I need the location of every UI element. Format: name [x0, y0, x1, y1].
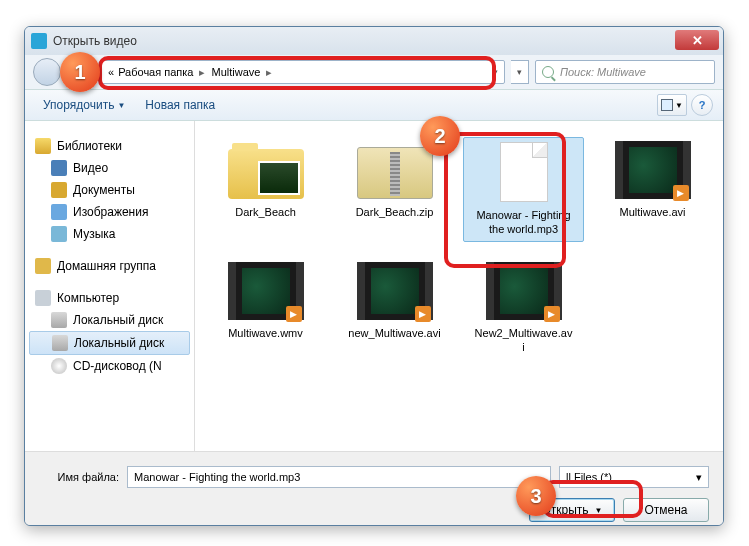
disk-icon [51, 312, 67, 328]
toolbar: Упорядочить▼ Новая папка ▼ ? [25, 89, 723, 121]
help-button[interactable]: ? [691, 94, 713, 116]
sidebar-item-disk[interactable]: Локальный диск [29, 331, 190, 355]
file-label: new_Multiwave.avi [348, 326, 440, 340]
titlebar: Открыть видео ✕ [25, 27, 723, 55]
file-label: New2_Multiwave.avi [474, 326, 574, 355]
document-icon [51, 182, 67, 198]
annotation-badge: 1 [60, 52, 100, 92]
breadcrumb[interactable]: Рабочая папка [118, 66, 193, 78]
video-icon [486, 262, 562, 320]
dialog-footer: Имя файла: ll Files (*)▾ Открыть▼ Отмена [25, 451, 723, 526]
search-input[interactable]: Поиск: Multiwave [535, 60, 715, 84]
file-item[interactable]: Manowar - Fighting the world.mp3 [463, 137, 584, 242]
image-icon [51, 204, 67, 220]
video-icon [51, 160, 67, 176]
filename-input[interactable] [127, 466, 551, 488]
chevron-right-icon: ▸ [266, 66, 272, 79]
filetype-dropdown[interactable]: ll Files (*)▾ [559, 466, 709, 488]
chevron-right-icon: ▸ [199, 66, 205, 79]
new-folder-button[interactable]: Новая папка [137, 94, 223, 116]
folder-pic-icon [228, 149, 304, 199]
video-icon [357, 262, 433, 320]
annotation-badge: 3 [516, 476, 556, 516]
video-icon [615, 141, 691, 199]
sidebar-item-documents[interactable]: Документы [29, 179, 190, 201]
view-mode-button[interactable]: ▼ [657, 94, 687, 116]
sidebar-homegroup[interactable]: Домашняя группа [29, 255, 190, 277]
video-icon [228, 262, 304, 320]
file-open-dialog: Открыть видео ✕ « Рабочая папка ▸ Multiw… [24, 26, 724, 526]
chevron-down-icon: ▼ [117, 101, 125, 110]
music-icon [51, 226, 67, 242]
window-title: Открыть видео [53, 34, 137, 48]
file-item[interactable]: New2_Multiwave.avi [463, 258, 584, 359]
organize-menu[interactable]: Упорядочить▼ [35, 94, 133, 116]
file-label: Manowar - Fighting the world.mp3 [474, 208, 574, 237]
sidebar-item-music[interactable]: Музыка [29, 223, 190, 245]
file-label: Dark_Beach.zip [356, 205, 434, 219]
nav-row: « Рабочая папка ▸ Multiwave ▸ ▾ ▾ Поиск:… [25, 55, 723, 89]
sidebar-item-images[interactable]: Изображения [29, 201, 190, 223]
crumb-prefix: « [108, 66, 114, 78]
blank-icon [500, 142, 548, 202]
file-item[interactable]: Multiwave.avi [592, 137, 713, 242]
file-item[interactable]: Multiwave.wmv [205, 258, 326, 359]
sidebar-item-disk[interactable]: Локальный диск [29, 309, 190, 331]
cd-icon [51, 358, 67, 374]
chevron-down-icon: ▾ [696, 471, 702, 484]
close-button[interactable]: ✕ [675, 30, 719, 50]
search-placeholder: Поиск: Multiwave [560, 66, 646, 78]
sidebar-libraries[interactable]: Библиотеки [29, 135, 190, 157]
annotation-badge: 2 [420, 116, 460, 156]
address-dropdown[interactable]: ▾ [511, 60, 529, 84]
search-icon [542, 66, 554, 78]
file-label: Dark_Beach [235, 205, 296, 219]
file-item[interactable]: new_Multiwave.avi [334, 258, 455, 359]
file-label: Multiwave.avi [619, 205, 685, 219]
file-grid: Dark_BeachDark_Beach.zipManowar - Fighti… [195, 121, 723, 451]
sidebar-item-video[interactable]: Видео [29, 157, 190, 179]
file-label: Multiwave.wmv [228, 326, 303, 340]
homegroup-icon [35, 258, 51, 274]
back-button[interactable] [33, 58, 61, 86]
address-bar[interactable]: « Рабочая папка ▸ Multiwave ▸ ▾ [101, 60, 505, 84]
zip-icon [357, 147, 433, 199]
sidebar-item-cd[interactable]: CD-дисковод (N [29, 355, 190, 377]
cancel-button[interactable]: Отмена [623, 498, 709, 522]
chevron-down-icon[interactable]: ▾ [492, 66, 498, 79]
sidebar: Библиотеки Видео Документы Изображения М… [25, 121, 195, 451]
file-item[interactable]: Dark_Beach [205, 137, 326, 242]
breadcrumb[interactable]: Multiwave [211, 66, 260, 78]
disk-icon [52, 335, 68, 351]
filename-label: Имя файла: [39, 471, 119, 483]
computer-icon [35, 290, 51, 306]
library-icon [35, 138, 51, 154]
sidebar-computer[interactable]: Компьютер [29, 287, 190, 309]
app-icon [31, 33, 47, 49]
